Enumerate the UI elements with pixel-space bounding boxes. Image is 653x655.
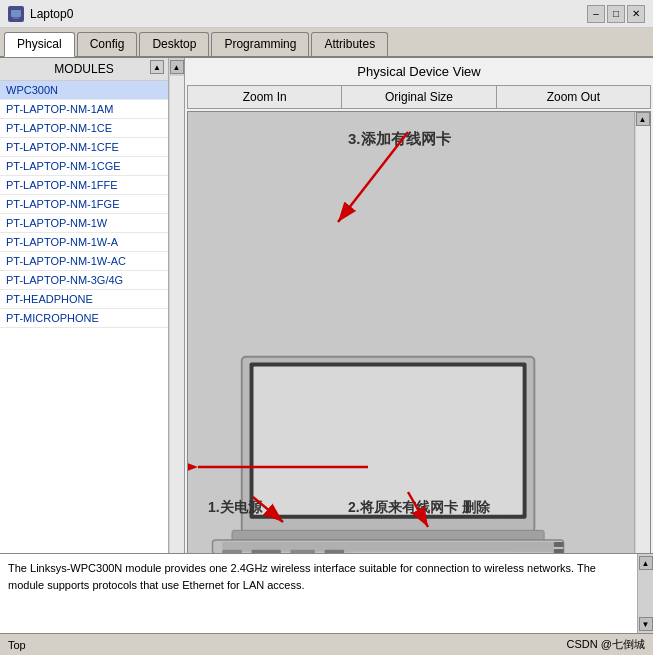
module-item-headphone[interactable]: PT-HEADPHONE	[0, 290, 168, 309]
tab-attributes[interactable]: Attributes	[311, 32, 388, 56]
minimize-button[interactable]: –	[587, 5, 605, 23]
tab-config[interactable]: Config	[77, 32, 138, 56]
module-item-nm1fge[interactable]: PT-LAPTOP-NM-1FGE	[0, 195, 168, 214]
arrow-3	[308, 122, 428, 242]
title-bar: Laptop0 – □ ✕	[0, 0, 653, 28]
device-view-title: Physical Device View	[185, 58, 653, 85]
tabs-bar: Physical Config Desktop Programming Attr…	[0, 28, 653, 58]
module-item-microphone[interactable]: PT-MICROPHONE	[0, 309, 168, 328]
description-text: The Linksys-WPC300N module provides one …	[0, 554, 637, 633]
device-view-scrollbar[interactable]: ▲ ▼	[634, 112, 650, 572]
close-button[interactable]: ✕	[627, 5, 645, 23]
original-size-btn[interactable]: Original Size	[342, 86, 496, 108]
module-item-nm3g4g[interactable]: PT-LAPTOP-NM-3G/4G	[0, 271, 168, 290]
status-left: Top	[8, 639, 26, 651]
arrow-left	[188, 452, 388, 482]
window-controls: – □ ✕	[587, 5, 645, 23]
tab-physical[interactable]: Physical	[4, 32, 75, 57]
desc-scrollbar[interactable]: ▲ ▼	[637, 554, 653, 633]
status-right: CSDN @七倒城	[567, 637, 645, 652]
window-title: Laptop0	[30, 7, 73, 21]
app-icon	[8, 6, 24, 22]
left-scroll-up[interactable]: ▲	[170, 60, 184, 74]
zoom-in-btn[interactable]: Zoom In	[188, 86, 342, 108]
module-item-nm1cfe[interactable]: PT-LAPTOP-NM-1CFE	[0, 138, 168, 157]
svg-line-16	[253, 497, 283, 522]
maximize-button[interactable]: □	[607, 5, 625, 23]
desc-scroll-up[interactable]: ▲	[639, 556, 653, 570]
module-item-wpc300n[interactable]: WPC300N	[0, 81, 168, 100]
svg-line-14	[338, 132, 408, 222]
title-bar-left: Laptop0	[8, 6, 73, 22]
tab-desktop[interactable]: Desktop	[139, 32, 209, 56]
module-item-nm1wa[interactable]: PT-LAPTOP-NM-1W-A	[0, 233, 168, 252]
device-view-area: 3.添加有线网卡 1.关电源	[187, 111, 651, 573]
module-item-nm1w[interactable]: PT-LAPTOP-NM-1W	[0, 214, 168, 233]
status-bar: Top CSDN @七倒城	[0, 633, 653, 655]
desc-scroll-down[interactable]: ▼	[639, 617, 653, 631]
module-item-nm1ce[interactable]: PT-LAPTOP-NM-1CE	[0, 119, 168, 138]
module-item-nm1ffe[interactable]: PT-LAPTOP-NM-1FFE	[0, 176, 168, 195]
svg-line-18	[408, 492, 428, 527]
svg-rect-0	[11, 10, 21, 17]
module-item-nm1am[interactable]: PT-LAPTOP-NM-1AM	[0, 100, 168, 119]
description-panel: The Linksys-WPC300N module provides one …	[0, 553, 653, 633]
zoom-bar: Zoom In Original Size Zoom Out	[187, 85, 651, 109]
svg-rect-1	[13, 17, 19, 19]
tab-programming[interactable]: Programming	[211, 32, 309, 56]
device-scroll-up[interactable]: ▲	[636, 112, 650, 126]
svg-rect-12	[554, 542, 564, 547]
modules-header: MODULES ▲	[0, 58, 168, 81]
arrow-1	[203, 492, 303, 532]
module-item-nm1wac[interactable]: PT-LAPTOP-NM-1W-AC	[0, 252, 168, 271]
module-item-nm1cge[interactable]: PT-LAPTOP-NM-1CGE	[0, 157, 168, 176]
arrow-2	[388, 487, 468, 537]
zoom-out-btn[interactable]: Zoom Out	[497, 86, 650, 108]
scroll-up-btn[interactable]: ▲	[150, 60, 164, 74]
